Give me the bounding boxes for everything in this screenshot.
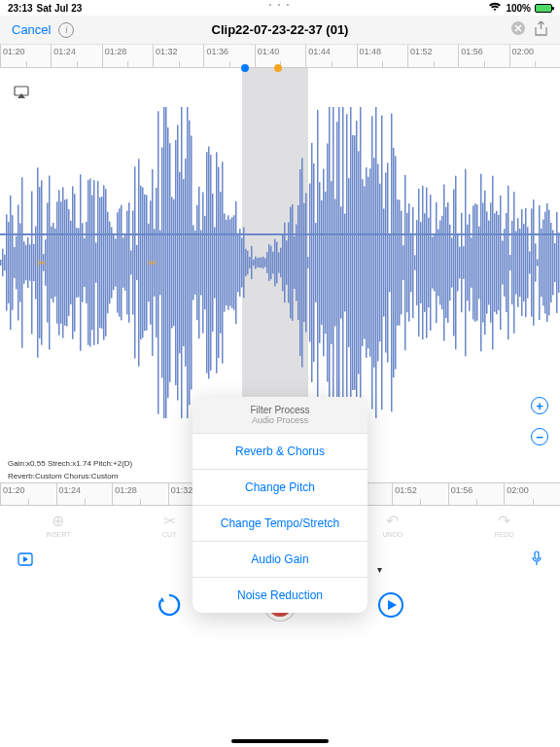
svg-rect-125 <box>237 233 239 293</box>
svg-rect-268 <box>515 231 517 295</box>
svg-rect-58 <box>107 212 109 313</box>
svg-rect-135 <box>257 258 259 267</box>
svg-rect-272 <box>523 224 525 302</box>
svg-rect-215 <box>412 207 414 318</box>
waveform-display <box>0 107 560 418</box>
battery-icon <box>535 4 552 13</box>
svg-rect-86 <box>161 148 163 378</box>
svg-rect-185 <box>354 135 356 390</box>
svg-rect-96 <box>181 107 183 418</box>
popup-item-gain[interactable]: Audio Gain <box>192 541 368 577</box>
add-button[interactable]: + <box>531 397 548 414</box>
svg-rect-48 <box>88 180 89 345</box>
insert-tool[interactable]: ⊕ INSERT <box>46 512 71 539</box>
svg-rect-195 <box>373 158 375 368</box>
svg-rect-197 <box>377 164 379 362</box>
playhead-marker[interactable] <box>274 64 282 72</box>
svg-rect-199 <box>381 116 383 410</box>
svg-rect-6 <box>6 214 8 310</box>
svg-rect-43 <box>78 228 80 297</box>
close-icon[interactable] <box>510 20 526 39</box>
remove-button[interactable]: − <box>531 428 548 445</box>
svg-rect-149 <box>284 223 286 302</box>
rewind-button[interactable] <box>153 588 186 622</box>
svg-rect-99 <box>187 107 189 418</box>
svg-rect-113 <box>214 227 216 298</box>
ruler-tick: 01:24 <box>56 483 113 505</box>
selection-start-handle[interactable] <box>241 64 249 72</box>
svg-rect-292 <box>535 551 539 559</box>
svg-rect-192 <box>368 177 369 349</box>
svg-rect-49 <box>89 179 91 347</box>
airplay-icon[interactable] <box>14 86 29 102</box>
svg-rect-92 <box>173 199 175 326</box>
svg-rect-200 <box>383 208 385 316</box>
status-time: 23:13 <box>8 3 33 14</box>
svg-rect-164 <box>313 163 315 362</box>
svg-rect-119 <box>226 220 228 305</box>
svg-rect-290 <box>558 232 560 293</box>
svg-rect-218 <box>418 189 420 337</box>
svg-rect-178 <box>340 206 342 318</box>
svg-rect-12 <box>18 205 19 321</box>
svg-rect-280 <box>539 205 541 320</box>
svg-rect-204 <box>391 114 393 412</box>
wifi-icon <box>488 2 502 14</box>
svg-rect-62 <box>115 238 117 286</box>
svg-rect-32 <box>56 201 58 323</box>
popup-item-noise[interactable]: Noise Reduction <box>192 577 368 613</box>
svg-rect-29 <box>51 227 52 299</box>
svg-rect-103 <box>194 231 196 295</box>
svg-rect-121 <box>229 219 231 305</box>
ruler-tick: 01:52 <box>407 45 458 67</box>
insert-icon: ⊕ <box>52 512 64 530</box>
svg-rect-173 <box>331 181 332 344</box>
svg-rect-220 <box>422 186 424 339</box>
svg-rect-84 <box>158 111 159 413</box>
svg-rect-289 <box>556 212 558 313</box>
cancel-button[interactable]: Cancel <box>12 22 51 37</box>
ruler-tick: 01:28 <box>102 45 153 67</box>
svg-rect-42 <box>76 228 78 297</box>
redo-tool[interactable]: ↷ REDO <box>495 512 514 539</box>
svg-rect-65 <box>121 205 122 321</box>
svg-rect-222 <box>426 188 428 338</box>
svg-rect-186 <box>356 121 358 405</box>
share-icon[interactable] <box>534 20 548 39</box>
svg-rect-269 <box>517 218 519 306</box>
svg-rect-44 <box>80 174 82 350</box>
undo-tool[interactable]: ↶ UNDO <box>383 512 403 539</box>
svg-rect-165 <box>315 223 317 302</box>
svg-rect-33 <box>58 190 60 335</box>
svg-rect-254 <box>488 221 490 305</box>
ruler-tick: 01:52 <box>392 483 448 505</box>
svg-rect-18 <box>29 244 31 280</box>
mic-icon[interactable] <box>531 551 542 570</box>
svg-rect-55 <box>101 196 103 329</box>
redo-icon: ↷ <box>498 512 510 530</box>
svg-rect-27 <box>47 202 49 322</box>
svg-rect-4 <box>2 249 4 276</box>
popup-item-pitch[interactable]: Change Pitch <box>192 469 368 505</box>
play-button[interactable] <box>374 588 407 622</box>
play-start-icon[interactable] <box>18 552 33 569</box>
svg-rect-128 <box>243 228 245 299</box>
cut-tool[interactable]: ✂ CUT <box>162 512 176 539</box>
svg-rect-226 <box>434 234 436 292</box>
ruler-tick: 02:00 <box>509 45 560 67</box>
ruler-tick: 01:48 <box>357 45 407 67</box>
svg-rect-210 <box>402 245 404 280</box>
cut-marker-icon[interactable]: ✂ <box>148 257 157 269</box>
svg-rect-172 <box>329 107 331 418</box>
svg-rect-190 <box>364 187 366 339</box>
svg-rect-142 <box>270 246 272 279</box>
popup-item-tempo[interactable]: Change Tempo/Stretch <box>192 505 368 541</box>
svg-rect-85 <box>159 231 161 296</box>
info-icon[interactable]: i <box>58 22 74 38</box>
svg-rect-193 <box>369 168 371 357</box>
svg-rect-180 <box>344 214 346 312</box>
popup-item-reverb[interactable]: Reverb & Chorus <box>192 433 368 469</box>
svg-rect-250 <box>480 174 482 352</box>
cut-marker-icon[interactable]: ✂ <box>37 257 46 269</box>
home-indicator <box>231 739 329 743</box>
